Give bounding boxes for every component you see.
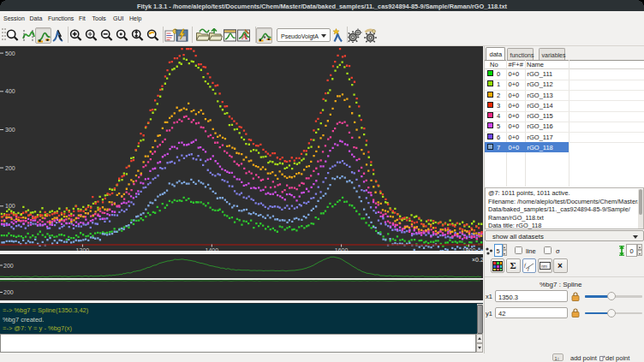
svg-text:nm: nm (541, 264, 547, 269)
svg-text:300: 300 (5, 127, 15, 133)
svg-text:100: 100 (5, 203, 15, 209)
svg-text:200: 200 (3, 289, 14, 295)
svg-text:200: 200 (5, 165, 15, 171)
svg-text:500: 500 (5, 50, 15, 56)
svg-text:×0.2: ×0.2 (472, 257, 483, 263)
svg-text:f: f (524, 262, 527, 269)
svg-text:400: 400 (5, 88, 15, 94)
svg-text:200: 200 (3, 262, 14, 268)
